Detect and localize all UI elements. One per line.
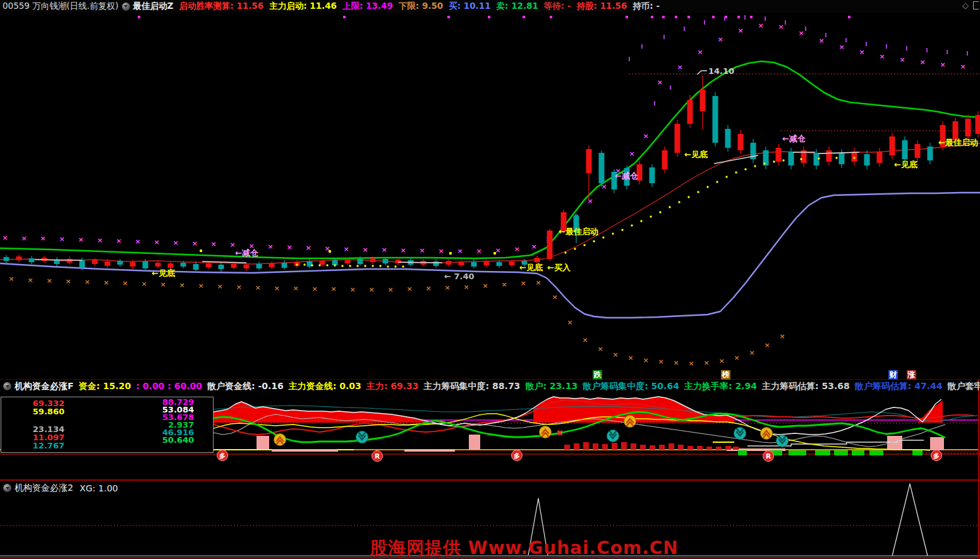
indicator-field: 散户筹码集中度: 50.64 — [583, 381, 679, 392]
watermark: 股海网提供 Www.Guhai.Com.CN — [370, 536, 679, 559]
chart-annotation: ←减仓 — [235, 249, 258, 257]
magenta-dots-row — [138, 16, 850, 18]
market-tag[interactable]: 涨 — [907, 370, 916, 380]
svg-text:×: × — [217, 282, 222, 291]
svg-text:×: × — [582, 336, 588, 344]
sub1-red-bars — [564, 442, 739, 450]
svg-text:×: × — [677, 63, 682, 71]
svg-text:×: × — [629, 150, 634, 158]
svg-text:×: × — [734, 354, 739, 362]
main-level-lines — [629, 74, 980, 131]
topbar-field: 上限: 13.49 — [342, 1, 393, 12]
indicator-field: 散户套牢比率: 46.9 — [947, 381, 980, 392]
panel1-name: 机构资金必涨F — [15, 381, 74, 392]
topbar-field: 主力启动: 11.46 — [269, 1, 337, 12]
chart-annotation: ←见底 — [152, 269, 175, 277]
svg-text:×: × — [658, 358, 663, 366]
svg-text:×: × — [859, 48, 864, 56]
topbar-fields: 启动胜率测算: 11.56主力启动: 11.46上限: 13.49下限: 9.5… — [179, 1, 665, 12]
svg-text:多: 多 — [933, 452, 940, 459]
topbar-right-icons: ◇ — [962, 1, 979, 10]
chevron-down-icon[interactable] — [122, 3, 130, 11]
svg-text:×: × — [293, 284, 298, 292]
market-tag[interactable]: 跌 — [593, 370, 602, 380]
indicator-field: 散户: 23.13 — [525, 381, 578, 392]
chart-annotation: ←最佳启动 — [938, 138, 978, 147]
orange-x-marks: ××××××××××××××××××××××××××××××××××××××××… — [8, 275, 785, 368]
svg-text:×: × — [135, 237, 140, 246]
chart-annotation: ←最佳启动 — [559, 227, 598, 236]
svg-text:×: × — [21, 234, 27, 243]
svg-text:×: × — [400, 246, 406, 255]
readout-value: 59.860 — [19, 408, 64, 416]
svg-text:×: × — [656, 78, 662, 87]
market-tag[interactable]: 财 — [888, 370, 898, 380]
indicator-field: 主力换手率: 2.94 — [684, 381, 757, 392]
stock-title: 00559 万向钱潮(日线.前复权) — [3, 1, 119, 12]
svg-text:×: × — [818, 37, 824, 45]
ma-white-segments — [35, 71, 859, 263]
svg-text:×: × — [749, 349, 754, 357]
svg-text:×: × — [419, 246, 425, 255]
upper-band-line — [0, 61, 980, 258]
right-edge-border — [978, 379, 979, 559]
svg-text:×: × — [627, 354, 633, 362]
svg-text:×: × — [764, 341, 770, 349]
svg-text:×: × — [476, 247, 481, 255]
top-bar: 00559 万向钱潮(日线.前复权) 最佳启动Z 启动胜率测算: 11.56主力… — [0, 0, 980, 13]
diamond-icon[interactable]: ◇ — [962, 1, 969, 10]
svg-text:×: × — [779, 332, 785, 340]
indicator-field: 资金: 15.20 — [79, 381, 131, 392]
value-readout-box: 69.33259.86023.13411.09712.76788.72953.0… — [1, 397, 214, 453]
svg-text:×: × — [198, 282, 203, 290]
svg-text:×: × — [535, 279, 541, 287]
svg-text:×: × — [160, 280, 166, 289]
svg-text:×: × — [697, 48, 703, 56]
chart-annotation: ← 7.40 — [444, 272, 475, 280]
indicator-field: 主力筹码估算: 53.68 — [762, 381, 850, 392]
topbar-field: 持币: - — [632, 1, 660, 12]
svg-text:×: × — [444, 284, 450, 292]
chart-annotation: 14.10 — [708, 67, 734, 75]
svg-text:×: × — [59, 235, 64, 243]
svg-text:×: × — [778, 23, 783, 31]
topbar-field: 启动胜率测算: 11.56 — [179, 1, 263, 12]
svg-text:×: × — [597, 345, 603, 353]
price-chart-canvas[interactable]: ××××××××××××××××××××××××××××××××××××××××… — [0, 0, 980, 559]
svg-text:×: × — [703, 359, 709, 367]
svg-text:×: × — [737, 27, 743, 35]
topbar-field: 等待: - — [544, 1, 571, 12]
chart-annotation: ←见底 — [894, 160, 917, 169]
svg-text:×: × — [97, 236, 102, 244]
chart-annotation: ←见底 — [519, 263, 543, 272]
readout-value: 12.767 — [19, 442, 64, 450]
svg-text:×: × — [40, 234, 45, 243]
indicator-field: 散户筹码估算: 47.44 — [855, 381, 943, 392]
separator — [0, 479, 980, 481]
svg-text:×: × — [514, 245, 519, 253]
x-mark-icon: ✖ — [557, 428, 564, 438]
svg-text:×: × — [179, 281, 185, 289]
svg-text:×: × — [267, 243, 273, 251]
indicator-field: 主力筹码集中度: 88.73 — [424, 381, 521, 392]
svg-text:×: × — [368, 286, 374, 294]
svg-text:×: × — [688, 359, 694, 368]
duo-badge-icons: 多多多 — [217, 450, 942, 461]
indicator-panel2-header: 机构资金必涨2 XG: 1.00 — [0, 482, 442, 494]
svg-text:×: × — [838, 43, 844, 51]
svg-text:×: × — [643, 356, 648, 364]
svg-text:✖: ✖ — [557, 428, 564, 438]
window-icon[interactable] — [973, 1, 979, 9]
svg-text:×: × — [919, 58, 925, 66]
market-tag[interactable]: 榜 — [721, 370, 730, 380]
readout-value: 50.640 — [148, 436, 194, 444]
svg-text:×: × — [172, 239, 178, 247]
svg-text:×: × — [286, 243, 292, 251]
svg-text:×: × — [798, 29, 804, 37]
svg-text:×: × — [2, 234, 8, 242]
svg-text:多: 多 — [514, 452, 520, 459]
svg-text:×: × — [387, 286, 393, 294]
collapse-panel1-icon[interactable] — [3, 382, 11, 390]
collapse-panel2-icon[interactable] — [3, 484, 11, 492]
chart-annotation: ←减仓 — [782, 135, 806, 143]
